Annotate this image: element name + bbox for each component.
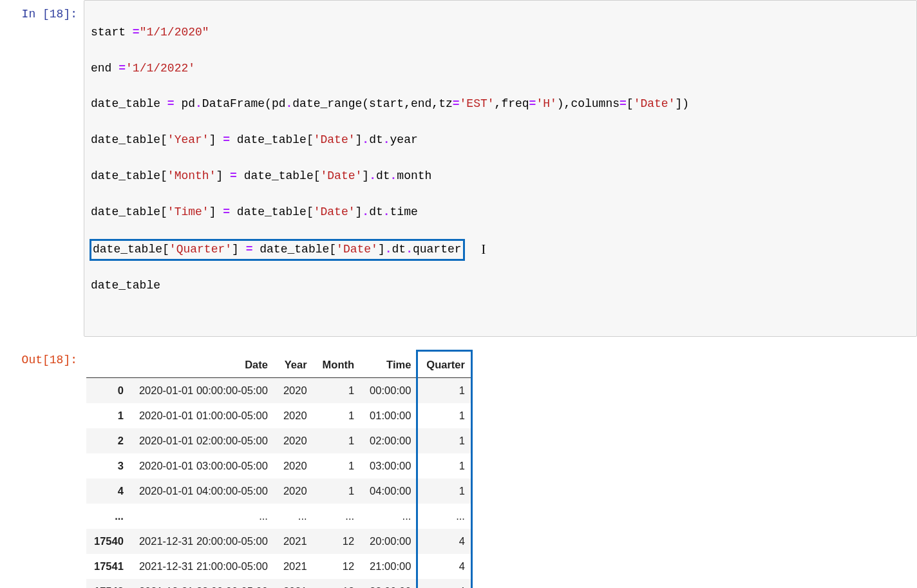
cell-quarter: 4 [419, 554, 473, 579]
code-line-3[interactable]: date_table = pd.DataFrame(pd.date_range(… [91, 95, 910, 113]
cell-quarter: 1 [419, 479, 473, 504]
cell-time: 20:00:00 [362, 529, 419, 554]
cell-month: ... [315, 504, 362, 529]
output-prompt: Out[18]: [0, 346, 84, 368]
cell-time: 04:00:00 [362, 479, 419, 504]
row-index: 3 [86, 453, 131, 479]
code-editor[interactable]: start ="1/1/2020" end ='1/1/2022' date_t… [84, 0, 917, 337]
table-row: .................. [86, 504, 473, 529]
cell-year: 2020 [276, 479, 315, 504]
cell-date: 2020-01-01 03:00:00-05:00 [131, 453, 276, 479]
row-index: 17542 [86, 579, 131, 588]
cell-month: 1 [315, 378, 362, 404]
cell-year: ... [276, 504, 315, 529]
code-line-1[interactable]: start ="1/1/2020" [91, 24, 910, 42]
row-index: ... [86, 504, 131, 529]
col-year: Year [276, 352, 315, 378]
code-line-5[interactable]: date_table['Month'] = date_table['Date']… [91, 167, 910, 185]
cell-year: 2021 [276, 579, 315, 588]
table-row: 12020-01-01 01:00:00-05:002020101:00:001 [86, 403, 473, 428]
cell-time: 21:00:00 [362, 554, 419, 579]
cell-month: 12 [315, 554, 362, 579]
cell-quarter: 1 [419, 403, 473, 428]
col-time: Time [362, 352, 419, 378]
cell-date: 2020-01-01 04:00:00-05:00 [131, 479, 276, 504]
cell-year: 2020 [276, 428, 315, 453]
cell-quarter: 1 [419, 453, 473, 479]
cell-year: 2021 [276, 529, 315, 554]
cell-month: 1 [315, 403, 362, 428]
row-index: 17540 [86, 529, 131, 554]
cell-quarter: 1 [419, 428, 473, 453]
table-row: 02020-01-01 00:00:00-05:002020100:00:001 [86, 378, 473, 404]
cell-time: 00:00:00 [362, 378, 419, 404]
row-index: 1 [86, 403, 131, 428]
input-cell: In [18]: start ="1/1/2020" end ='1/1/202… [0, 0, 917, 337]
code-line-8[interactable]: date_table [91, 277, 910, 295]
cell-date: ... [131, 504, 276, 529]
notebook: In [18]: start ="1/1/2020" end ='1/1/202… [0, 0, 917, 588]
table-row: 42020-01-01 04:00:00-05:002020104:00:001 [86, 479, 473, 504]
cell-time: 03:00:00 [362, 453, 419, 479]
cell-year: 2020 [276, 453, 315, 479]
output-cell: Out[18]: Date Year Month Time Quarter [0, 346, 917, 588]
input-prompt: In [18]: [0, 0, 84, 23]
row-index: 17541 [86, 554, 131, 579]
output-area: Date Year Month Time Quarter 02020-01-01… [84, 346, 917, 588]
highlighted-code: date_table['Quarter'] = date_table['Date… [90, 239, 465, 261]
code-line-2[interactable]: end ='1/1/2022' [91, 60, 910, 78]
table-row: 32020-01-01 03:00:00-05:002020103:00:001 [86, 453, 473, 479]
cell-date: 2020-01-01 01:00:00-05:00 [131, 403, 276, 428]
cell-quarter: 4 [419, 579, 473, 588]
text-cursor-icon: I [482, 240, 482, 260]
cell-quarter: 4 [419, 529, 473, 554]
cell-year: 2020 [276, 378, 315, 404]
col-month: Month [315, 352, 362, 378]
cell-date: 2020-01-01 00:00:00-05:00 [131, 378, 276, 404]
cell-date: 2021-12-31 21:00:00-05:00 [131, 554, 276, 579]
col-index [86, 352, 131, 378]
table-row: 175402021-12-31 20:00:00-05:0020211220:0… [86, 529, 473, 554]
cell-month: 12 [315, 529, 362, 554]
cell-month: 1 [315, 428, 362, 453]
row-index: 4 [86, 479, 131, 504]
code-line-7[interactable]: date_table['Quarter'] = date_table['Date… [91, 240, 910, 260]
table-row: 175422021-12-31 22:00:00-05:0020211222:0… [86, 579, 473, 588]
cell-time: ... [362, 504, 419, 529]
code-line-4[interactable]: date_table['Year'] = date_table['Date'].… [91, 131, 910, 149]
code-line-6[interactable]: date_table['Time'] = date_table['Date'].… [91, 204, 910, 222]
cell-month: 1 [315, 453, 362, 479]
cell-date: 2021-12-31 20:00:00-05:00 [131, 529, 276, 554]
table-header: Date Year Month Time Quarter [86, 352, 473, 378]
cell-quarter: ... [419, 504, 473, 529]
cell-date: 2020-01-01 02:00:00-05:00 [131, 428, 276, 453]
cell-quarter: 1 [419, 378, 473, 404]
table-row: 22020-01-01 02:00:00-05:002020102:00:001 [86, 428, 473, 453]
col-date: Date [131, 352, 276, 378]
table-row: 175412021-12-31 21:00:00-05:0020211221:0… [86, 554, 473, 579]
cell-time: 01:00:00 [362, 403, 419, 428]
cell-time: 02:00:00 [362, 428, 419, 453]
cell-month: 1 [315, 479, 362, 504]
cell-year: 2021 [276, 554, 315, 579]
cell-time: 22:00:00 [362, 579, 419, 588]
cell-month: 12 [315, 579, 362, 588]
cell-year: 2020 [276, 403, 315, 428]
col-quarter: Quarter [419, 352, 473, 378]
table-body: 02020-01-01 00:00:00-05:002020100:00:001… [86, 378, 473, 588]
dataframe-table: Date Year Month Time Quarter 02020-01-01… [86, 352, 473, 588]
row-index: 2 [86, 428, 131, 453]
row-index: 0 [86, 378, 131, 404]
cell-date: 2021-12-31 22:00:00-05:00 [131, 579, 276, 588]
